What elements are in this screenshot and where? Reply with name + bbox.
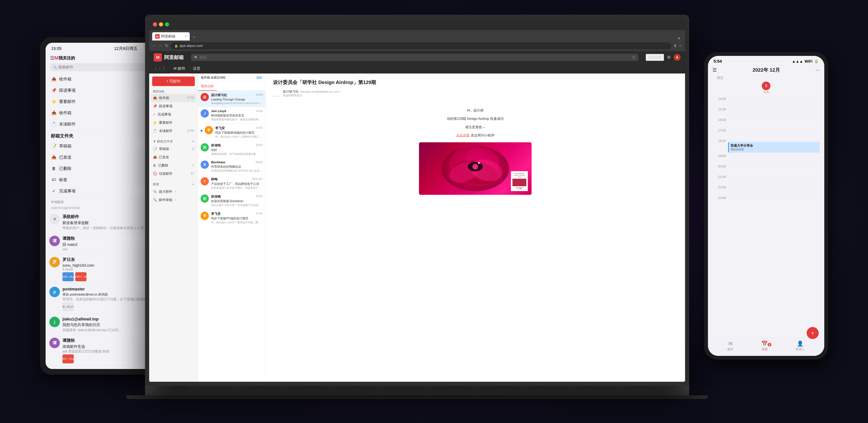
- ali-mail-list-items: 设 设计研习社 14:09 Leading Through Change Nav…: [198, 91, 265, 382]
- phone-event-share[interactable]: 投递大学分享会 鱼缸会议室: [728, 142, 820, 153]
- ali-mail-item-8[interactable]: 李 李飞安 13:42 同步下新版PC端的设计规范 Hi，各位设计小伙伴～规范组…: [198, 209, 265, 227]
- ali-nav-mail[interactable]: ✉ 邮件: [170, 64, 189, 73]
- ali-spam-badge: 17: [191, 172, 194, 175]
- ali-search-input[interactable]: [199, 56, 631, 59]
- ali-sidebar-item-unread[interactable]: 📩 未读邮件 2770: [151, 127, 196, 135]
- ali-logo: M 阿里邮箱: [154, 53, 184, 62]
- ali-mail-subject-5: 何雪涛发起的视频会议: [211, 165, 263, 169]
- ali-mail-item-6[interactable]: Y 郎鸣 19/12/31 产品创造于工厂，而品牌创造于心灵 好的界面设计并不好…: [198, 175, 265, 192]
- ali-sidebar-item-important[interactable]: ⭐ 重要邮件: [151, 119, 196, 127]
- ali-body-line3: 请注意查收～: [273, 124, 678, 130]
- ali-hamburger-icon[interactable]: ⋮⋮⋮: [154, 66, 166, 71]
- ali-sidebar-item-drafts[interactable]: 📝 草稿箱 6: [151, 145, 196, 153]
- browser-back-btn[interactable]: ←: [152, 43, 156, 48]
- tablet-unread-label: 未读邮件: [59, 121, 75, 127]
- browser-address-input[interactable]: 🔒 qiye.aliyun.com: [170, 42, 671, 49]
- ali-old-version-button[interactable]: 返回旧版: [646, 54, 664, 61]
- ali-sidebar-item-deleted[interactable]: 🗑 已删除 1: [151, 161, 196, 169]
- ali-nav-settings[interactable]: 设置: [189, 64, 204, 73]
- phone-tab-contacts[interactable]: 👤 联系人: [796, 340, 805, 351]
- ali-sidebar-item-bigattach[interactable]: 📎 超大附件 ↗: [151, 188, 196, 196]
- ali-mail-preview-4: 感谢你的回复，对于你的观点很感兴趣，希望可以进一...: [211, 153, 263, 156]
- ali-tags-section-label: 标签: [153, 182, 159, 186]
- ali-mail-list-edit-btn[interactable]: 编辑: [256, 76, 262, 80]
- ali-sidebar-section-starred: 我关注的 📥 收件箱 2770 📌 跟进事项 ✓: [149, 89, 198, 135]
- phone-day-sub-9: 十六: [763, 91, 769, 94]
- ali-header: M 阿里邮箱 🔍 ☰ 返回旧版 ⚙ A: [149, 51, 685, 64]
- phone-weekday-tue: [774, 75, 789, 80]
- ali-bigattach-label: 超大附件: [159, 189, 173, 194]
- deleted-icon: 🗑: [51, 166, 57, 171]
- ali-tags-add[interactable]: +: [192, 183, 194, 186]
- ali-mail-item-7[interactable]: 於 於信钱 10/22 欢迎试用新版Teanbitioin 记忆点源于与众不同，…: [198, 192, 265, 209]
- phone-day-9[interactable]: 9 十六: [712, 82, 820, 94]
- tablet-mail-subject-2: 回 main2: [62, 242, 78, 247]
- phone-tab-calendar[interactable]: 📅 日历 9: [761, 340, 768, 351]
- ali-mail-time-5: 09/25: [255, 161, 263, 164]
- ali-sidebar-divider1: [152, 136, 195, 137]
- browser-reload-btn[interactable]: ↻: [165, 43, 168, 48]
- ali-mail-preview-8: Hi，各位设计小伙伴～规范组月刊第二期来啦...: [211, 221, 263, 224]
- ali-search-menu[interactable]: ☰: [632, 55, 635, 59]
- phone-status-right: ▲▲▲ WiFi 🔋: [792, 59, 819, 64]
- ali-mail-item-4[interactable]: 於 於信纯 10/22 你好 感谢你的回复，对于你的观点很感兴趣，希望可以进一.…: [198, 141, 265, 158]
- ali-mail-time-3: 13:42: [255, 126, 263, 130]
- ali-search-bar[interactable]: 🔍 ☰: [191, 54, 638, 61]
- ali-folder-header[interactable]: ▼ 邮箱文件夹 +: [151, 138, 196, 145]
- browser-share-btn[interactable]: ⬆: [674, 43, 677, 48]
- tablet-drafts-label: 草稿箱: [59, 143, 71, 149]
- ali-bigattach-icon: 📎: [153, 190, 157, 194]
- phone-wifi-icon: WiFi: [805, 59, 812, 64]
- phone-calendar-more-btn[interactable]: ···: [816, 67, 820, 73]
- traffic-light-green[interactable]: [165, 22, 169, 26]
- new-tab-button[interactable]: +: [190, 34, 197, 40]
- phone-time-label-1500: 15:00: [712, 107, 726, 111]
- tablet-sent-label: 已发送: [59, 155, 71, 160]
- ali-mail-subject-7: 欢迎试用新版Teanbitioin: [211, 199, 263, 203]
- tablet-time: 15:05: [51, 46, 62, 51]
- traffic-light-red[interactable]: [153, 22, 157, 26]
- ali-detail-link[interactable]: 点击这里: [456, 133, 470, 137]
- phone-contacts-tab-icon: 👤: [797, 340, 803, 347]
- ali-sidebar-item-done[interactable]: ✓ 完成事项: [151, 110, 196, 119]
- phone-tab-mail[interactable]: ✉ 邮件: [727, 340, 734, 351]
- ali-sidebar-item-sent[interactable]: 📤 已发送: [151, 153, 196, 161]
- browser-forward-btn[interactable]: →: [159, 43, 163, 48]
- phone-time-row-1800: 18:00 投递大学分享会 鱼缸会议室: [712, 138, 820, 153]
- phone-fab-button[interactable]: +: [807, 327, 819, 339]
- phone-calendar-menu-btn[interactable]: ☰: [712, 67, 717, 73]
- ali-user-avatar[interactable]: A: [674, 54, 681, 61]
- ali-settings-icon[interactable]: ⚙: [667, 55, 671, 60]
- ali-compose-button[interactable]: + 写邮件: [152, 76, 195, 86]
- phone-time-row-1500: 15:00: [712, 107, 820, 118]
- ali-sidebar-item-follow[interactable]: 📌 跟进事项: [151, 102, 196, 110]
- unread-icon: 📩: [51, 121, 57, 127]
- ali-list-tab-follow[interactable]: 我关注的: [198, 82, 217, 91]
- browser-tab-close[interactable]: ×: [185, 35, 187, 38]
- traffic-light-yellow[interactable]: [159, 22, 163, 26]
- ali-nav-settings-label: 设置: [193, 66, 200, 71]
- browser-expand[interactable]: ▼: [676, 37, 682, 40]
- ali-folder-add[interactable]: +: [192, 140, 194, 143]
- phone-time-row-2000: 20:00: [712, 164, 820, 174]
- ali-inbox-icon: 📥: [153, 96, 157, 100]
- tablet-hamburger[interactable]: ☰: [50, 55, 54, 61]
- ali-mail-item-2[interactable]: J Jon Lloyd 14:09 移动端新版首页改造意见 增加重要邮件聚合能力…: [198, 107, 265, 124]
- ali-sidebar-item-inbox[interactable]: 📥 收件箱 2770: [151, 94, 196, 102]
- browser-tab-alimail[interactable]: M 阿里邮箱 ×: [152, 32, 190, 40]
- ali-sidebar-item-audit[interactable]: 🔍 邮件审核 ↗: [151, 196, 196, 204]
- ali-mail-time-7: 10/22: [255, 194, 263, 199]
- ali-mail-sender-8: 李飞安: [211, 212, 221, 216]
- phone-time-label-2000: 20:00: [712, 164, 726, 168]
- pantone-color-block: [513, 179, 526, 186]
- ali-important-label: 重要邮件: [159, 120, 173, 125]
- ali-tags-header[interactable]: 标签 +: [151, 181, 196, 188]
- phone-weekday-sun: [743, 75, 758, 80]
- tablet-mail-sender-3: 罗日东: [62, 257, 75, 262]
- ali-starred-label: 我关注的: [151, 89, 196, 94]
- ali-mail-item-5[interactable]: B Beckham 09/25 何雪涛发起的视频会议 何雪涛发起的视频会议 98…: [198, 158, 265, 175]
- browser-bookmark-btn[interactable]: ☆: [679, 43, 682, 48]
- ali-sidebar-item-spam[interactable]: 🚫 垃圾邮件 17: [151, 169, 196, 178]
- ali-mail-item-3[interactable]: 李 李飞安 13:42 同步下新版移动端的设计规范 Hi，各位设计小伙伴～品牌组…: [198, 124, 265, 141]
- ali-mail-item-1[interactable]: 设 设计研习社 14:09 Leading Through Change Nav…: [198, 91, 265, 107]
